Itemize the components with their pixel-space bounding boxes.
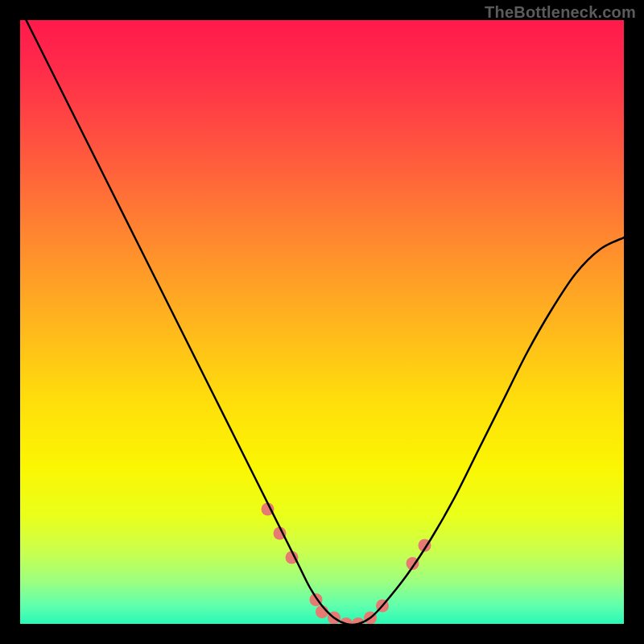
outer-frame: TheBottleneck.com xyxy=(0,0,644,644)
gradient-background xyxy=(20,20,624,624)
plot-area xyxy=(20,20,624,624)
chart-svg xyxy=(20,20,624,624)
attribution-label: TheBottleneck.com xyxy=(485,3,636,22)
